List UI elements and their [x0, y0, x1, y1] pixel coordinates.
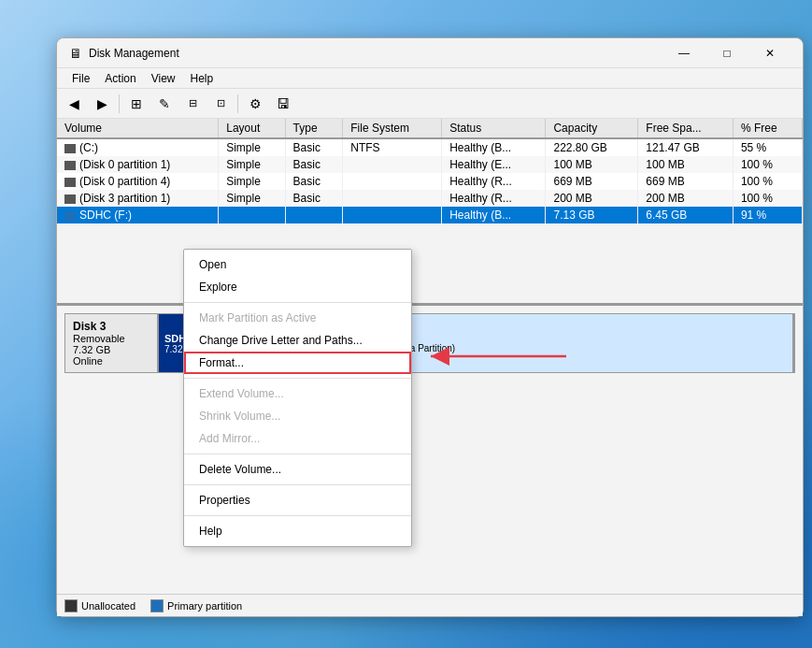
cell-capacity: 200 MB: [546, 190, 638, 207]
cell-capacity: 669 MB: [546, 173, 638, 190]
table-row[interactable]: (Disk 0 partition 4) Simple Basic Health…: [57, 173, 803, 190]
disk-table: Volume Layout Type File System Status Ca…: [57, 119, 803, 223]
col-status[interactable]: Status: [442, 119, 546, 138]
disk-3-info: Disk 3 Removable 7.32 GB Online: [65, 314, 159, 372]
cell-pct: 100 %: [733, 190, 802, 207]
col-pct[interactable]: % Free: [733, 119, 802, 138]
menu-bar: File Action View Help: [57, 68, 803, 89]
toolbar-sep-2: [237, 94, 238, 113]
col-filesystem[interactable]: File System: [343, 119, 442, 138]
cell-volume: SDHC (F:): [57, 207, 219, 223]
legend-unallocated-box: [64, 599, 78, 612]
toolbar-save[interactable]: 🖫: [270, 92, 296, 116]
ctx-item-help[interactable]: Help: [184, 520, 411, 542]
toolbar-view1[interactable]: ⊞: [123, 92, 150, 116]
table-row[interactable]: (Disk 3 partition 1) Simple Basic Health…: [57, 190, 803, 207]
cell-capacity: 222.80 GB: [546, 138, 638, 156]
ctx-item-properties[interactable]: Properties: [184, 489, 411, 511]
disk-3-type: Removable: [73, 333, 150, 344]
menu-help[interactable]: Help: [183, 70, 221, 87]
toolbar-settings[interactable]: ⚙: [242, 92, 268, 116]
cell-volume: (Disk 3 partition 1): [57, 190, 219, 207]
menu-file[interactable]: File: [64, 70, 97, 87]
ctx-item-open[interactable]: Open: [184, 253, 411, 276]
status-bar: Unallocated Primary partition: [57, 594, 803, 616]
ctx-item-add-mirror---: Add Mirror...: [184, 427, 411, 450]
toolbar-back[interactable]: ◀: [61, 92, 87, 116]
cell-status: Healthy (E...: [442, 156, 546, 173]
cell-free: 200 MB: [638, 190, 734, 207]
ctx-item-shrink-volume---: Shrink Volume...: [184, 405, 411, 427]
cell-type: Basic: [285, 156, 343, 173]
app-icon: 🖥: [68, 46, 83, 61]
cell-pct: 91 %: [733, 207, 802, 223]
cell-type: Basic: [285, 138, 343, 156]
cell-free: 6.45 GB: [638, 207, 734, 223]
col-free[interactable]: Free Spa...: [638, 119, 734, 138]
legend-primary-box: [150, 599, 164, 612]
disk-table-pane[interactable]: Volume Layout Type File System Status Ca…: [57, 119, 803, 306]
col-type[interactable]: Type: [285, 119, 343, 138]
toolbar-view2[interactable]: ⊟: [179, 92, 206, 116]
legend-unallocated-label: Unallocated: [81, 600, 135, 612]
cell-fs: [343, 173, 442, 190]
title-controls: — □ ✕: [662, 38, 791, 68]
cell-type: Basic: [285, 190, 343, 207]
cell-layout: Simple: [219, 156, 285, 173]
cell-volume: (C:): [57, 138, 219, 156]
main-content: Volume Layout Type File System Status Ca…: [57, 119, 803, 594]
ctx-item-delete-volume---[interactable]: Delete Volume...: [184, 458, 411, 481]
partition-fat: FAT Basic Data Partition): [364, 314, 794, 372]
disk-3-name: Disk 3: [73, 320, 150, 333]
disk-3-size: 7.32 GB: [73, 344, 150, 355]
cell-fs: NTFS: [343, 138, 442, 156]
cell-capacity: 100 MB: [546, 156, 638, 173]
cell-volume: (Disk 0 partition 1): [57, 156, 219, 173]
col-volume[interactable]: Volume: [57, 119, 219, 138]
ctx-item-mark-partition-as-active: Mark Partition as Active: [184, 307, 411, 329]
ctx-separator: [184, 302, 411, 303]
disk-3-status: Online: [73, 355, 150, 367]
title-bar: 🖥 Disk Management — □ ✕: [57, 38, 803, 68]
minimize-button[interactable]: —: [662, 38, 705, 68]
toolbar-forward[interactable]: ▶: [89, 92, 115, 116]
toolbar-sep-1: [119, 94, 120, 113]
ctx-item-explore[interactable]: Explore: [184, 276, 411, 298]
table-row[interactable]: SDHC (F:) Healthy (B... 7.13 GB 6.45 GB …: [57, 207, 803, 223]
toolbar-view3[interactable]: ⊡: [207, 92, 234, 116]
table-row[interactable]: (Disk 0 partition 1) Simple Basic Health…: [57, 156, 803, 173]
legend-primary-label: Primary partition: [167, 600, 242, 612]
cell-status: Healthy (B...: [442, 138, 546, 156]
cell-layout: Simple: [219, 190, 285, 207]
col-layout[interactable]: Layout: [219, 119, 285, 138]
menu-action[interactable]: Action: [97, 70, 143, 87]
cell-layout: Simple: [219, 173, 285, 190]
cell-type: [285, 207, 343, 223]
cell-capacity: 7.13 GB: [546, 207, 638, 223]
legend-primary: Primary partition: [150, 599, 242, 612]
cell-fs: [343, 156, 442, 173]
partition-fat-desc: Basic Data Partition): [370, 343, 787, 353]
toolbar-edit[interactable]: ✎: [151, 92, 178, 116]
ctx-item-format---[interactable]: Format...: [184, 352, 411, 374]
cell-type: Basic: [285, 173, 343, 190]
ctx-item-change-drive-letter-and-paths---[interactable]: Change Drive Letter and Paths...: [184, 329, 411, 352]
cell-status: Healthy (R...: [442, 190, 546, 207]
legend-unallocated: Unallocated: [64, 599, 135, 612]
cell-pct: 100 %: [733, 173, 802, 190]
disk-visual-pane: Disk 3 Removable 7.32 GB Online SDHC (F:…: [57, 306, 803, 594]
cell-fs: [343, 190, 442, 207]
cell-status: Healthy (R...: [442, 173, 546, 190]
ctx-separator: [184, 484, 411, 485]
ctx-separator: [184, 378, 411, 379]
col-capacity[interactable]: Capacity: [546, 119, 638, 138]
cell-volume: (Disk 0 partition 4): [57, 173, 219, 190]
maximize-button[interactable]: □: [705, 38, 748, 68]
table-row[interactable]: (C:) Simple Basic NTFS Healthy (B... 222…: [57, 138, 803, 156]
disk-row-3: Disk 3 Removable 7.32 GB Online SDHC (F:…: [64, 313, 795, 373]
toolbar: ◀ ▶ ⊞ ✎ ⊟ ⊡ ⚙ 🖫: [57, 89, 803, 119]
cell-status: Healthy (B...: [442, 207, 546, 223]
menu-view[interactable]: View: [144, 70, 183, 87]
close-button[interactable]: ✕: [748, 38, 791, 68]
partition-fat-type: FAT: [370, 333, 787, 343]
